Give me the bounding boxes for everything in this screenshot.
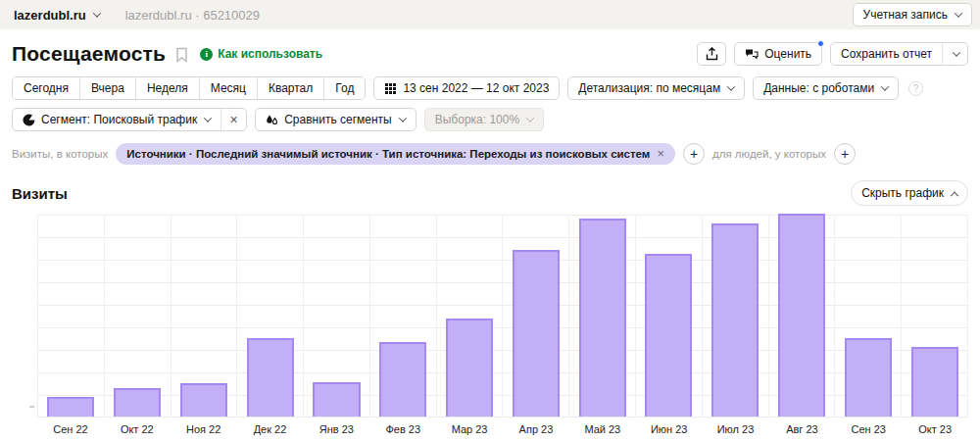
chart-bar[interactable] — [247, 338, 294, 417]
x-axis-label: Май 23 — [569, 423, 636, 435]
chart-bar[interactable] — [446, 319, 493, 417]
chevron-down-icon — [398, 114, 406, 122]
chart-bar[interactable] — [313, 382, 360, 417]
data-robots-label: Данные: с роботами — [763, 81, 874, 95]
x-axis-label: Дек 22 — [237, 423, 304, 435]
save-report-button[interactable]: Сохранить отчет — [831, 43, 942, 65]
chevron-down-icon — [955, 9, 962, 17]
chart-slot — [768, 215, 835, 417]
chart-bar[interactable] — [513, 250, 560, 417]
x-axis-label: Июл 23 — [703, 423, 769, 435]
help-icon[interactable]: ? — [908, 81, 923, 96]
how-to-use-label: Как использовать — [218, 47, 322, 61]
x-axis-label: Авг 23 — [768, 423, 835, 435]
export-button[interactable] — [697, 42, 726, 66]
segment-label: Сегмент: Поисковый трафик — [41, 113, 197, 126]
chart-slot — [834, 215, 901, 417]
chart-bar[interactable] — [114, 388, 161, 417]
rate-label: Оценить — [764, 47, 811, 61]
period-month[interactable]: Месяц — [200, 77, 258, 99]
chevron-down-icon — [727, 82, 735, 90]
visit-filters-row: Визиты, в которых Источники · Последний … — [12, 143, 968, 165]
segment-split-button: Сегмент: Поисковый трафик × — [12, 108, 247, 131]
period-quarter[interactable]: Квартал — [258, 77, 324, 99]
chart-slot — [236, 215, 303, 417]
add-people-filter-button[interactable]: + — [834, 143, 856, 165]
account-label: Учетная запись — [863, 8, 948, 22]
period-year[interactable]: Год — [324, 77, 365, 99]
chart-bar[interactable] — [645, 254, 692, 417]
x-axis-label: Окт 23 — [902, 423, 968, 435]
export-icon — [706, 47, 718, 61]
segment-pie-icon — [23, 114, 35, 126]
chart-bar[interactable] — [845, 338, 892, 417]
bookmark-icon[interactable] — [175, 47, 188, 63]
chevron-down-icon — [952, 48, 959, 56]
site-name: lazerdubl.ru — [14, 8, 86, 23]
chart-bar[interactable] — [579, 219, 626, 417]
x-axis-label: Апр 23 — [503, 423, 569, 435]
x-axis-label: Фев 23 — [369, 423, 436, 435]
detail-button[interactable]: Детализация: по месяцам — [567, 76, 745, 100]
segment-clear-button[interactable]: × — [220, 109, 246, 130]
chevron-up-icon — [951, 192, 958, 200]
chart-slot — [171, 215, 237, 417]
rate-button[interactable]: Оценить — [734, 42, 822, 66]
chart-slot — [901, 215, 968, 417]
sampling-button[interactable]: Выборка: 100% — [424, 108, 544, 131]
segment-row: Сегмент: Поисковый трафик × Сравнить сег… — [12, 108, 968, 131]
detail-label: Детализация: по месяцам — [578, 81, 720, 95]
chart-plot-area — [37, 215, 968, 417]
chevron-down-icon — [92, 9, 100, 17]
save-report-split-button: Сохранить отчет — [830, 42, 968, 66]
section-header: Визиты Скрыть график — [12, 180, 968, 206]
save-report-dropdown[interactable] — [942, 43, 967, 65]
page-title: Посещаемость — [12, 42, 166, 66]
chart-bar[interactable] — [379, 342, 426, 417]
compare-segments-button[interactable]: Сравнить сегменты — [255, 108, 416, 131]
chart-bar[interactable] — [47, 397, 94, 417]
period-week[interactable]: Неделя — [136, 77, 200, 99]
section-title: Визиты — [12, 185, 68, 202]
chart-bar[interactable] — [911, 347, 958, 417]
compare-droplets-icon — [266, 114, 278, 126]
x-axis-labels: Сен 22Окт 22Ноя 22Дек 22Янв 23Фев 23Мар … — [37, 423, 968, 435]
filter-chip-label: Источники · Последний значимый источник … — [126, 148, 650, 160]
date-range-label: 13 сен 2022 — 12 окт 2023 — [403, 81, 549, 95]
sampling-label: Выборка: 100% — [435, 113, 519, 126]
chart-bar[interactable] — [711, 223, 759, 417]
period-today[interactable]: Сегодня — [13, 77, 80, 99]
hide-chart-button[interactable]: Скрыть график — [851, 180, 968, 206]
x-axis-label: Июн 23 — [636, 423, 703, 435]
chevron-down-icon — [881, 82, 889, 90]
x-axis-label: Сен 22 — [37, 423, 104, 435]
add-visit-filter-button[interactable]: + — [683, 143, 705, 165]
calendar-grid-icon — [384, 82, 397, 95]
people-prefix-label: для людей, у которых — [712, 148, 826, 160]
visits-bar-chart: Сен 22Окт 22Ноя 22Дек 22Янв 23Фев 23Мар … — [12, 215, 968, 435]
date-range-button[interactable]: 13 сен 2022 — 12 окт 2023 — [373, 76, 560, 100]
notification-dot — [817, 40, 824, 47]
chart-slot — [502, 215, 568, 417]
chip-remove-icon[interactable]: × — [657, 149, 664, 159]
segment-button[interactable]: Сегмент: Поисковый трафик — [13, 109, 220, 130]
chart-slot — [568, 215, 635, 417]
period-yesterday[interactable]: Вчера — [80, 77, 136, 99]
chart-bar[interactable] — [778, 214, 825, 417]
site-switcher[interactable]: lazerdubl.ru — [14, 8, 100, 23]
chart-slot — [635, 215, 702, 417]
hide-chart-label: Скрыть график — [861, 186, 944, 200]
chart-bar[interactable] — [180, 383, 227, 417]
chart-slot — [303, 215, 369, 417]
filter-chip[interactable]: Источники · Последний значимый источник … — [116, 143, 675, 165]
x-axis-label: Мар 23 — [436, 423, 503, 435]
chart-slot — [369, 215, 436, 417]
how-to-use-link[interactable]: i Как использовать — [200, 47, 322, 61]
chevron-down-icon — [204, 114, 212, 122]
topbar: lazerdubl.ru lazerdubl.ru · 65210029 Уче… — [0, 0, 980, 29]
compare-segments-label: Сравнить сегменты — [284, 113, 392, 126]
feedback-bubbles-icon — [745, 48, 759, 61]
filter-row: СегодняВчераНеделяМесяцКварталГод 13 сен… — [12, 76, 968, 100]
account-button[interactable]: Учетная запись — [853, 3, 972, 26]
data-robots-button[interactable]: Данные: с роботами — [753, 76, 899, 100]
